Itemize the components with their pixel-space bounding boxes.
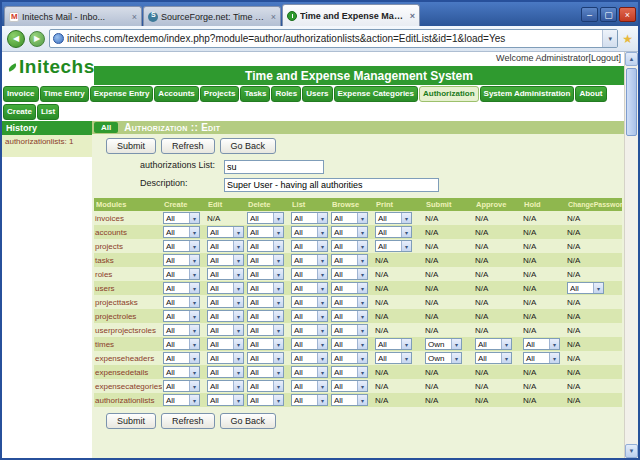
permission-select[interactable]: All▾ (291, 352, 328, 364)
permission-select[interactable]: All▾ (291, 240, 328, 252)
close-button[interactable]: × (619, 7, 636, 22)
maximize-button[interactable]: ▢ (600, 7, 617, 22)
menu-item[interactable]: Projects (200, 86, 240, 102)
url-bar[interactable]: initechs.com/texdemo/index.php?module=au… (49, 29, 618, 48)
form-button[interactable]: Go Back (220, 138, 277, 154)
url-dropdown-icon[interactable]: ▾ (602, 30, 617, 47)
description-input[interactable] (224, 178, 439, 192)
permission-select[interactable]: All▾ (523, 338, 560, 350)
permission-select[interactable]: All▾ (523, 352, 560, 364)
permission-select[interactable]: All▾ (247, 394, 284, 406)
permission-select[interactable]: All▾ (331, 226, 368, 238)
permission-select[interactable]: All▾ (291, 212, 328, 224)
permission-select[interactable]: All▾ (375, 226, 412, 238)
tab-close-icon[interactable]: × (132, 12, 137, 22)
forward-button[interactable]: ▶ (29, 31, 45, 47)
permission-select[interactable]: All▾ (163, 296, 200, 308)
form-button[interactable]: Submit (106, 413, 156, 429)
history-entry-link[interactable]: authorizationlists: 1 (2, 135, 92, 157)
permission-select[interactable]: All▾ (247, 212, 284, 224)
menu-item[interactable]: Accounts (154, 86, 198, 102)
form-button[interactable]: Submit (106, 138, 156, 154)
permission-select[interactable]: All▾ (247, 254, 284, 266)
permission-select[interactable]: All▾ (163, 338, 200, 350)
permission-select[interactable]: All▾ (291, 338, 328, 350)
authorizations-list-input[interactable] (224, 160, 324, 174)
logout-link[interactable]: [Logout] (588, 53, 621, 63)
permission-select[interactable]: All▾ (207, 282, 244, 294)
menu-item[interactable]: Expense Entry (90, 86, 154, 102)
permission-select[interactable]: All▾ (567, 282, 604, 294)
form-button[interactable]: Go Back (220, 413, 277, 429)
permission-select[interactable]: All▾ (331, 380, 368, 392)
menu-item[interactable]: System Administration (480, 86, 575, 102)
permission-select[interactable]: All▾ (475, 338, 512, 350)
permission-select[interactable]: All▾ (291, 380, 328, 392)
permission-select[interactable]: All▾ (163, 254, 200, 266)
scroll-up-icon[interactable]: ▲ (625, 52, 638, 66)
permission-select[interactable]: All▾ (331, 240, 368, 252)
menu-item[interactable]: Users (302, 86, 332, 102)
permission-select[interactable]: All▾ (163, 324, 200, 336)
permission-select[interactable]: All▾ (291, 310, 328, 322)
permission-select[interactable]: All▾ (291, 282, 328, 294)
permission-select[interactable]: All▾ (247, 310, 284, 322)
action-item[interactable]: Create (3, 104, 36, 120)
permission-select[interactable]: All▾ (375, 240, 412, 252)
permission-select[interactable]: All▾ (375, 352, 412, 364)
permission-select[interactable]: All▾ (163, 366, 200, 378)
menu-item[interactable]: Expense Categories (334, 86, 418, 102)
permission-select[interactable]: All▾ (375, 338, 412, 350)
permission-select[interactable]: All▾ (331, 254, 368, 266)
permission-select[interactable]: All▾ (331, 268, 368, 280)
permission-select[interactable]: All▾ (207, 240, 244, 252)
permission-select[interactable]: All▾ (247, 296, 284, 308)
permission-select[interactable]: All▾ (207, 268, 244, 280)
menu-item[interactable]: Roles (271, 86, 301, 102)
permission-select[interactable]: All▾ (331, 366, 368, 378)
minimize-button[interactable]: – (581, 7, 598, 22)
permission-select[interactable]: All▾ (207, 380, 244, 392)
permission-select[interactable]: All▾ (475, 352, 512, 364)
permission-select[interactable]: All▾ (163, 310, 200, 322)
permission-select[interactable]: All▾ (207, 394, 244, 406)
permission-select[interactable]: All▾ (207, 226, 244, 238)
permission-select[interactable]: All▾ (163, 240, 200, 252)
permission-select[interactable]: All▾ (331, 324, 368, 336)
permission-select[interactable]: All▾ (331, 212, 368, 224)
permission-select[interactable]: All▾ (207, 310, 244, 322)
permission-select[interactable]: All▾ (331, 338, 368, 350)
browser-tab[interactable]: Initechs Mail - Inbo... × (4, 6, 142, 26)
permission-select[interactable]: All▾ (163, 380, 200, 392)
scrollbar[interactable]: ▲ ▼ (624, 52, 638, 458)
permission-select[interactable]: All▾ (331, 282, 368, 294)
back-button[interactable]: ◀ (7, 30, 25, 48)
permission-select[interactable]: All▾ (247, 240, 284, 252)
permission-select[interactable]: All▾ (207, 324, 244, 336)
permission-select[interactable]: All▾ (207, 254, 244, 266)
menu-item[interactable]: Authorization (419, 86, 479, 102)
permission-select[interactable]: All▾ (247, 282, 284, 294)
permission-select[interactable]: All▾ (331, 352, 368, 364)
permission-select[interactable]: All▾ (163, 352, 200, 364)
permission-select[interactable]: All▾ (207, 366, 244, 378)
browser-tab[interactable]: SourceForge.net: Time and... × (143, 6, 281, 26)
permission-select[interactable]: All▾ (291, 268, 328, 280)
permission-select[interactable]: All▾ (331, 310, 368, 322)
permission-select[interactable]: All▾ (331, 296, 368, 308)
permission-select[interactable]: All▾ (163, 226, 200, 238)
permission-select[interactable]: All▾ (207, 352, 244, 364)
scroll-down-icon[interactable]: ▼ (625, 444, 638, 458)
tab-close-icon[interactable]: × (410, 11, 415, 21)
bookmark-star-icon[interactable]: ★ (622, 32, 633, 46)
form-button[interactable]: Refresh (161, 138, 215, 154)
tab-close-icon[interactable]: × (271, 12, 276, 22)
permission-select[interactable]: All▾ (207, 338, 244, 350)
permission-select[interactable]: All▾ (247, 366, 284, 378)
permission-select[interactable]: All▾ (291, 296, 328, 308)
permission-select[interactable]: All▾ (375, 212, 412, 224)
permission-select[interactable]: Own▾ (425, 338, 462, 350)
permission-select[interactable]: All▾ (291, 394, 328, 406)
permission-select[interactable]: All▾ (163, 212, 200, 224)
all-button[interactable]: All (94, 122, 118, 133)
